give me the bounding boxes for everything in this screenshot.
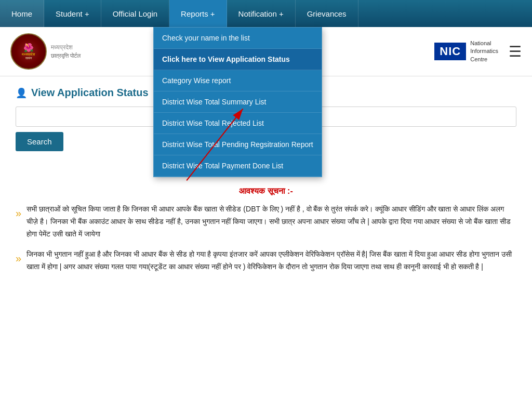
dropdown-item-0[interactable]: Check your name in the list xyxy=(154,28,322,49)
logo-text: मध्यप्रदेश छात्रवृत्ति पोर्टल xyxy=(51,43,81,60)
logo-area: 🌺 मध्यप्रदेश शासन मध्यप्रदेश छात्रवृत्ति… xyxy=(10,33,81,70)
bullet-arrow-1: » xyxy=(16,204,21,222)
dropdown-item-6[interactable]: District Wise Total Payment Done List xyxy=(154,155,322,177)
bullet-arrow-2: » xyxy=(16,249,21,267)
dropdown-item-2[interactable]: Category Wise report xyxy=(154,70,322,91)
notice-1: » सभी छात्राओं को सूचित किया जाता है कि … xyxy=(16,203,516,240)
nav-grievances[interactable]: Grievances xyxy=(296,0,358,27)
nav-student[interactable]: Student + xyxy=(44,0,101,27)
dropdown-item-3[interactable]: District Wise Total Summary List xyxy=(154,91,322,113)
nav-home[interactable]: Home xyxy=(0,0,44,27)
search-button[interactable]: Search xyxy=(16,132,63,151)
dropdown-item-4[interactable]: District Wise Total Rejected List xyxy=(154,113,322,134)
notice-heading: आवश्यक सूचना :- xyxy=(16,187,516,196)
notice-2: » जिनका भी भुगतान नहीं हुआ है और जिनका भ… xyxy=(16,248,516,273)
dropdown-item-1[interactable]: Click here to View Application Status xyxy=(154,49,322,70)
nav-reports[interactable]: Reports + xyxy=(169,0,227,27)
state-logo: 🌺 मध्यप्रदेश शासन xyxy=(10,33,47,70)
nic-label: NIC xyxy=(434,43,466,60)
nav-notification[interactable]: Notification + xyxy=(227,0,296,27)
nic-full-text: National Informatics Centre xyxy=(470,39,498,63)
notice-text-2: जिनका भी भुगतान नहीं हुआ है और जिनका भी … xyxy=(26,248,516,273)
dropdown-item-5[interactable]: District Wise Total Pending Regsitration… xyxy=(154,134,322,155)
nic-logo: NIC National Informatics Centre xyxy=(434,39,498,63)
nav-official-login[interactable]: Official Login xyxy=(101,0,169,27)
hamburger-icon[interactable]: ☰ xyxy=(509,43,522,60)
navigation: Home Student + Official Login Reports + … xyxy=(0,0,532,27)
reports-dropdown: Check your name in the list Click here t… xyxy=(153,27,322,177)
notice-text-1: सभी छात्राओं को सूचित किया जाता है कि जि… xyxy=(26,203,516,240)
